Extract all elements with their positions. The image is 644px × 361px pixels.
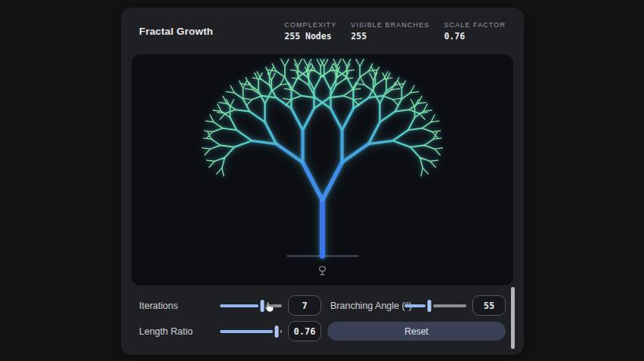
slider-track-inactive xyxy=(280,330,282,333)
slider-track-active xyxy=(220,330,273,333)
length-ratio-slider-thumb[interactable] xyxy=(274,326,278,338)
slider-track-inactive xyxy=(266,304,282,307)
branching-angle-label: Branching Angle (°) xyxy=(327,301,404,311)
stats-group: COMPLEXITY 255 Nodes VISIBLE BRANCHES 25… xyxy=(284,21,506,42)
fractal-canvas xyxy=(132,54,513,285)
stat-label: VISIBLE BRANCHES xyxy=(351,21,429,29)
park-tree-icon xyxy=(316,264,329,277)
branching-angle-slider[interactable] xyxy=(404,300,466,312)
branching-angle-slider-thumb[interactable] xyxy=(427,300,431,312)
app-background: Fractal Growth COMPLEXITY 255 Nodes VISI… xyxy=(0,0,644,361)
scrollbar-thumb[interactable] xyxy=(511,287,515,349)
length-ratio-label: Length Ratio xyxy=(139,326,220,337)
card-header: Fractal Growth COMPLEXITY 255 Nodes VISI… xyxy=(121,8,524,54)
iterations-value-input[interactable]: 7 xyxy=(288,295,321,316)
iterations-label: Iterations xyxy=(139,301,220,311)
iterations-slider-thumb[interactable] xyxy=(260,300,264,312)
stat-value: 0.76 xyxy=(444,31,506,42)
length-ratio-slider[interactable] xyxy=(220,326,282,338)
fractal-tree-branches xyxy=(202,59,442,256)
stat-value: 255 Nodes xyxy=(284,31,336,42)
stat-scale-factor: SCALE FACTOR 0.76 xyxy=(444,21,506,42)
slider-track-active xyxy=(404,304,426,307)
stat-value: 255 xyxy=(351,31,429,42)
length-ratio-value-input[interactable]: 0.76 xyxy=(288,321,321,341)
page-title: Fractal Growth xyxy=(139,26,213,37)
fractal-growth-card: Fractal Growth COMPLEXITY 255 Nodes VISI… xyxy=(121,8,524,355)
branching-angle-value-input[interactable]: 55 xyxy=(472,295,506,316)
stat-complexity: COMPLEXITY 255 Nodes xyxy=(284,21,336,42)
stat-label: COMPLEXITY xyxy=(284,21,336,29)
controls-panel: Iterations 7 Branching Angle (°) 55 Leng… xyxy=(121,285,524,341)
controls-row-1: Iterations 7 Branching Angle (°) 55 xyxy=(139,295,506,316)
slider-track-inactive xyxy=(433,304,466,307)
stat-label: SCALE FACTOR xyxy=(444,21,506,29)
reset-button[interactable]: Reset xyxy=(327,322,506,341)
slider-track-active xyxy=(220,304,259,307)
iterations-slider[interactable] xyxy=(220,300,282,312)
fractal-tree-svg xyxy=(132,54,513,285)
stat-visible-branches: VISIBLE BRANCHES 255 xyxy=(351,21,429,42)
controls-row-2: Length Ratio 0.76 Reset xyxy=(139,321,506,341)
